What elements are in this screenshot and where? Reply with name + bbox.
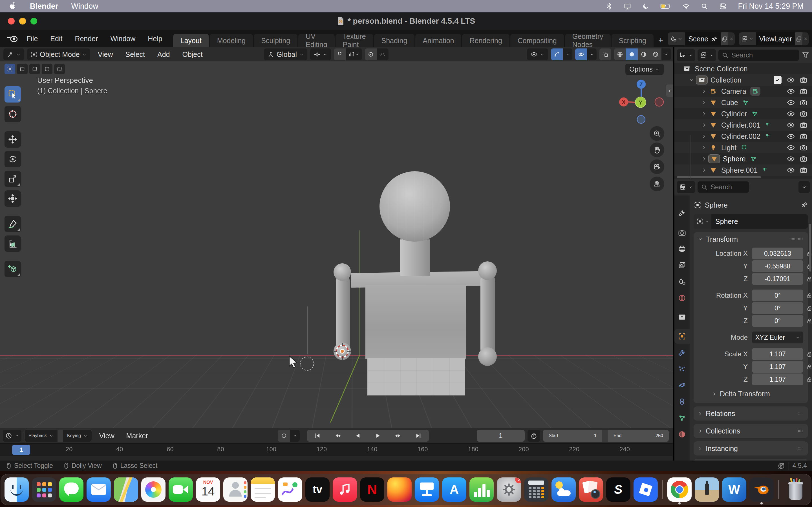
moon-icon[interactable] [642, 3, 650, 10]
menubar-window-menu[interactable]: Window [71, 2, 98, 11]
topbar-menu-help[interactable]: Help [142, 35, 168, 43]
workspace-tab-uv-editing[interactable]: UV Editing [298, 34, 335, 47]
properties-tab-material[interactable] [674, 427, 690, 442]
viewlayer-name[interactable]: ViewLayer [759, 35, 792, 43]
value-field[interactable]: XYZ Euler [752, 332, 803, 343]
dock-item-messages[interactable] [59, 477, 84, 502]
workspace-tab-texture-paint[interactable]: Texture Paint [336, 34, 373, 47]
current-frame-field[interactable]: 1 [477, 430, 525, 442]
proportional-editing[interactable] [365, 48, 389, 60]
panel-collections[interactable]: Collections [694, 424, 808, 438]
use-preview-range-button[interactable] [527, 430, 540, 442]
dock-item-word[interactable]: W [722, 477, 747, 502]
disable-render-icon[interactable] [800, 110, 808, 118]
topbar-menu-window[interactable]: Window [104, 35, 142, 43]
snap-toggle[interactable] [334, 48, 346, 60]
workspace-tab-modeling[interactable]: Modeling [210, 34, 253, 47]
expand-icon[interactable] [700, 111, 708, 117]
3d-viewport[interactable]: User Perspective (1) Collection | Sphere… [0, 61, 673, 428]
tool-transform[interactable] [4, 190, 21, 207]
expand-icon[interactable] [700, 167, 708, 173]
pivot-point-selector[interactable] [310, 48, 331, 60]
lock-icon[interactable] [803, 276, 812, 283]
lock-icon[interactable] [803, 351, 812, 358]
dock-item-app-store[interactable]: A [442, 477, 467, 502]
control-center-icon[interactable] [719, 3, 726, 10]
expand-icon[interactable] [700, 100, 708, 105]
filter-icon[interactable] [801, 51, 810, 59]
tool-cursor[interactable] [4, 106, 21, 122]
select-mode-paint[interactable] [54, 64, 65, 74]
start-frame-field[interactable]: Start1 [543, 430, 602, 442]
dock-item-shapr3d[interactable]: S [606, 477, 631, 502]
dock-item-keynote[interactable] [414, 477, 439, 502]
pan-view-button[interactable] [650, 143, 664, 157]
properties-tab-output[interactable] [674, 242, 690, 256]
navigation-gizmo[interactable]: Z X Y [611, 75, 668, 126]
wifi-icon[interactable] [682, 3, 690, 10]
outliner-row-scene collection[interactable]: Scene Collection [674, 63, 812, 74]
properties-search-input[interactable]: Search [698, 181, 749, 193]
model-skirt[interactable] [367, 358, 465, 395]
dock-item-photo-booth[interactable] [578, 477, 603, 502]
dock-item-launchpad[interactable] [32, 477, 56, 502]
proportional-toggle[interactable] [365, 48, 377, 60]
dock-item-netflix[interactable]: N [360, 477, 385, 502]
workspace-tab-shading[interactable]: Shading [374, 34, 415, 47]
hide-viewport-icon[interactable] [786, 98, 795, 107]
disable-render-icon[interactable] [800, 87, 808, 95]
workspace-tab-scripting[interactable]: Scripting [612, 34, 654, 47]
scene-name[interactable]: Scene [688, 35, 708, 43]
transform-panel-header[interactable]: Transform [694, 232, 808, 246]
tool-move[interactable] [4, 131, 21, 148]
zoom-view-button[interactable] [650, 126, 664, 141]
previous-keyframe-button[interactable] [327, 430, 348, 442]
dock-item-freeform[interactable] [278, 477, 303, 502]
workspace-tab-animation[interactable]: Animation [415, 34, 461, 47]
viewport-menu-view[interactable]: View [93, 50, 118, 59]
gizmo-dropdown[interactable] [563, 48, 572, 60]
tool-rotate[interactable] [4, 151, 21, 167]
collection-checkbox[interactable] [774, 76, 781, 84]
dock-item-finder[interactable] [4, 477, 29, 502]
hide-viewport-icon[interactable] [786, 87, 795, 96]
shading-dropdown[interactable] [661, 48, 671, 60]
expand-icon[interactable] [700, 156, 708, 162]
outliner-search-input[interactable]: Search [718, 50, 799, 61]
workspace-tab-sculpting[interactable]: Sculpting [254, 34, 297, 47]
timeline-track-area[interactable] [0, 456, 673, 461]
snapping-controls[interactable] [334, 48, 362, 60]
lock-icon[interactable] [803, 363, 812, 371]
value-field[interactable]: 0° [752, 290, 803, 301]
tool-add-primitive[interactable] [4, 261, 21, 277]
hide-viewport-icon[interactable] [786, 166, 795, 174]
shading-rendered-button[interactable] [650, 48, 661, 60]
menubar-app-name[interactable]: Blender [30, 2, 58, 11]
dock-item-mail[interactable] [86, 477, 111, 502]
show-overlays-toggle[interactable] [575, 48, 587, 60]
model-shoulder-right[interactable] [478, 262, 497, 280]
select-mode-lasso[interactable] [42, 64, 52, 74]
model-neck[interactable] [400, 239, 430, 276]
value-field[interactable]: 1.107 [752, 361, 803, 373]
dock-item-contacts[interactable] [223, 477, 248, 502]
playback-menu[interactable]: Playback [24, 430, 57, 442]
gizmo-controls[interactable] [551, 48, 572, 60]
object-name-field[interactable]: Sphere [694, 214, 808, 229]
hide-viewport-icon[interactable] [786, 144, 795, 152]
dock-item-photos[interactable] [141, 477, 166, 502]
dock-item-roblox[interactable] [633, 477, 658, 502]
scene-browse-button[interactable] [668, 33, 685, 45]
search-icon[interactable] [701, 3, 708, 10]
select-mode-circle[interactable] [29, 64, 40, 74]
add-workspace-button[interactable]: + [654, 36, 668, 47]
disable-render-icon[interactable] [800, 76, 808, 84]
overlays-controls[interactable] [575, 48, 597, 60]
disable-render-icon[interactable] [800, 132, 808, 140]
model-torso[interactable] [365, 285, 466, 359]
outliner-display-mode-button[interactable] [698, 49, 716, 61]
workspace-tab-rendering[interactable]: Rendering [462, 34, 509, 47]
viewport-menu-object[interactable]: Object [177, 50, 207, 59]
lock-icon[interactable] [803, 318, 812, 325]
panel-instancing[interactable]: Instancing [694, 441, 808, 455]
